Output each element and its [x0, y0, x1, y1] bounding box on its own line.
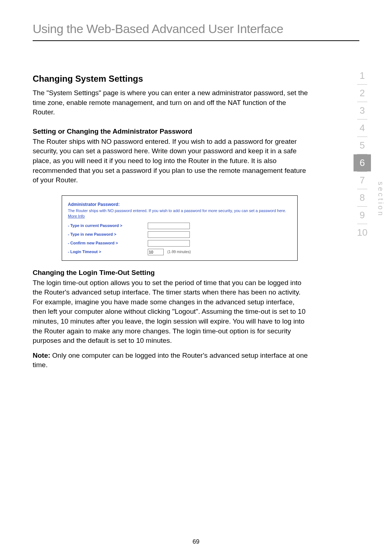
heading-changing-system-settings: Changing System Settings: [33, 74, 309, 84]
section-label: section: [376, 182, 385, 217]
page-title: Using the Web-Based Advanced User Interf…: [33, 22, 359, 36]
section-nav-item-6[interactable]: 6: [354, 154, 371, 171]
section-nav-item-8[interactable]: 8: [354, 189, 371, 206]
title-rule: [33, 40, 359, 41]
row-current-password: - Type in current Password >: [68, 223, 291, 229]
panel-desc-text: The Router ships with NO password entere…: [68, 208, 286, 213]
admin-password-paragraph: The Router ships with NO password entere…: [33, 137, 309, 185]
confirm-password-input[interactable]: [148, 240, 190, 247]
section-nav-item-2[interactable]: 2: [354, 85, 371, 102]
section-nav-item-7[interactable]: 7: [354, 172, 371, 189]
panel-title: Administrator Password:: [68, 202, 291, 207]
note-paragraph: Note: Only one computer can be logged in…: [33, 351, 309, 370]
row-confirm-password: - Confirm new Password >: [68, 240, 291, 247]
section-nav-item-5[interactable]: 5: [354, 137, 371, 154]
heading-admin-password: Setting or Changing the Administrator Pa…: [33, 127, 309, 135]
login-timeout-input[interactable]: [148, 249, 164, 255]
panel-description: The Router ships with NO password entere…: [68, 208, 291, 219]
label-login-timeout: - Login Timeout >: [68, 249, 148, 255]
note-label: Note:: [33, 352, 50, 359]
label-current-password: - Type in current Password >: [68, 223, 148, 228]
row-new-password: - Type in new Password >: [68, 231, 291, 238]
section-nav-item-1[interactable]: 1: [354, 67, 371, 84]
section-nav-item-9[interactable]: 9: [354, 207, 371, 224]
label-new-password: - Type in new Password >: [68, 232, 148, 237]
more-info-link[interactable]: More Info: [68, 214, 85, 218]
section-nav-item-4[interactable]: 4: [354, 119, 371, 137]
note-text: Only one computer can be logged into the…: [33, 352, 308, 369]
section-nav-item-3[interactable]: 3: [354, 102, 371, 119]
admin-password-panel: Administrator Password: The Router ships…: [62, 195, 298, 261]
section-nav: 12345678910: [354, 67, 371, 241]
row-login-timeout: - Login Timeout > (1-99 minutes): [68, 249, 291, 255]
intro-paragraph: The "System Settings" page is where you …: [33, 88, 309, 117]
new-password-input[interactable]: [148, 231, 190, 238]
login-timeout-paragraph: The login time-out option allows you to …: [33, 278, 309, 346]
label-confirm-password: - Confirm new Password >: [68, 240, 148, 246]
login-timeout-hint: (1-99 minutes): [167, 249, 191, 255]
heading-login-timeout: Changing the Login Time-Out Setting: [33, 269, 309, 277]
page-number: 69: [0, 538, 392, 545]
section-nav-item-10[interactable]: 10: [354, 224, 371, 241]
content: Changing System Settings The "System Set…: [33, 74, 359, 370]
current-password-input[interactable]: [148, 223, 190, 229]
